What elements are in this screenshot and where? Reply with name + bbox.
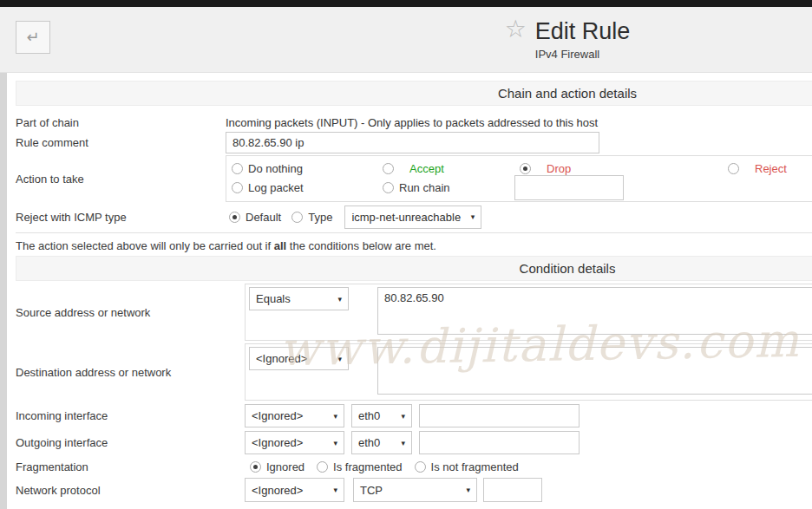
section-header-chain: Chain and action details xyxy=(16,81,812,106)
source-address-label: Source address or network xyxy=(16,306,245,319)
protocol-match-select[interactable]: <Ignored> ▾ xyxy=(245,478,344,502)
row-incoming-interface: Incoming interface <Ignored> ▾ eth0 ▾ xyxy=(16,404,812,427)
network-protocol-label: Network protocol xyxy=(16,484,245,497)
page-header: ↵ ☆Edit Rule IPv4 Firewall xyxy=(0,7,812,73)
chevron-down-icon: ▾ xyxy=(333,486,337,494)
do-nothing-radio[interactable] xyxy=(232,163,243,174)
frag-ignored-label: Ignored xyxy=(266,460,304,473)
frag-ignored-radio[interactable] xyxy=(250,461,261,473)
destination-address-textarea[interactable] xyxy=(377,347,812,395)
chevron-down-icon: ▾ xyxy=(466,486,470,494)
fragmentation-label: Fragmentation xyxy=(16,460,245,473)
incoming-match-value: <Ignored> xyxy=(252,409,303,422)
source-address-cell: Equals ▾ 80.82.65.90 xyxy=(245,284,812,341)
page-title: Edit Rule xyxy=(535,18,631,44)
protocol-select-value: TCP xyxy=(360,484,383,497)
action-options-box: Do nothing Accept Drop Reject xyxy=(226,155,812,202)
rule-comment-input[interactable] xyxy=(226,132,599,153)
action-to-take-label: Action to take xyxy=(16,173,226,186)
row-destination-address: Destination address or network <Ignored>… xyxy=(16,343,812,401)
frag-option-is-not-fragmented[interactable]: Is not fragmented xyxy=(415,460,519,473)
incoming-interface-label: Incoming interface xyxy=(16,409,245,422)
edit-rule-page: ↵ ☆Edit Rule IPv4 Firewall Chain and act… xyxy=(0,0,812,509)
condition-table: Condition details Source address or netw… xyxy=(16,256,812,502)
destination-match-select[interactable]: <Ignored> ▾ xyxy=(249,347,349,370)
row-fragmentation: Fragmentation Ignored Is fragmented Is n… xyxy=(16,460,812,473)
incoming-device-value: eth0 xyxy=(358,409,380,422)
chevron-down-icon: ▾ xyxy=(337,355,342,363)
protocol-match-value: <Ignored> xyxy=(252,484,303,497)
row-network-protocol: Network protocol <Ignored> ▾ TCP ▾ xyxy=(16,478,812,502)
frag-not-radio[interactable] xyxy=(415,461,426,473)
row-source-address: Source address or network Equals ▾ 80.82… xyxy=(16,284,812,341)
icmp-default-label: Default xyxy=(246,211,281,224)
reject-icmp-label: Reject with ICMP type xyxy=(16,211,226,224)
drop-label: Drop xyxy=(547,162,571,175)
reject-label: Reject xyxy=(755,162,787,175)
chevron-down-icon: ▾ xyxy=(333,439,337,447)
conditions-note: The action selected above will only be c… xyxy=(16,239,812,253)
action-option-log-packet[interactable]: Log packet xyxy=(232,180,304,194)
outgoing-device-value: eth0 xyxy=(358,436,380,449)
accept-label: Accept xyxy=(409,162,444,175)
outgoing-interface-label: Outgoing interface xyxy=(16,436,245,449)
chevron-down-icon: ▾ xyxy=(337,295,342,303)
outgoing-match-value: <Ignored> xyxy=(252,436,303,449)
row-rule-comment: Rule comment xyxy=(16,131,812,153)
destination-address-cell: <Ignored> ▾ xyxy=(245,343,812,401)
action-option-accept[interactable]: Accept xyxy=(383,161,444,175)
outgoing-interface-input[interactable] xyxy=(419,431,580,454)
frag-option-is-fragmented[interactable]: Is fragmented xyxy=(317,460,403,473)
action-option-drop[interactable]: Drop xyxy=(520,161,571,175)
outgoing-device-select[interactable]: eth0 ▾ xyxy=(351,431,412,454)
drop-radio[interactable] xyxy=(520,163,531,174)
source-match-select[interactable]: Equals ▾ xyxy=(249,287,349,310)
icmp-type-label: Type xyxy=(308,211,332,224)
destination-address-label: Destination address or network xyxy=(16,366,245,379)
incoming-match-select[interactable]: <Ignored> ▾ xyxy=(245,404,344,427)
reject-radio[interactable] xyxy=(728,163,739,174)
incoming-interface-input[interactable] xyxy=(419,404,580,427)
icmp-type-select-value: icmp-net-unreachable xyxy=(351,211,461,224)
content-panel: Chain and action details Part of chain I… xyxy=(7,73,812,509)
rule-comment-label: Rule comment xyxy=(16,136,226,149)
row-outgoing-interface: Outgoing interface <Ignored> ▾ eth0 ▾ xyxy=(16,431,812,454)
row-reject-icmp-type: Reject with ICMP type Default Type icmp-… xyxy=(16,205,812,229)
chain-table-divider xyxy=(16,232,812,233)
icmp-type-radio[interactable] xyxy=(291,212,303,223)
protocol-select[interactable]: TCP ▾ xyxy=(353,478,477,502)
top-bar xyxy=(0,0,812,7)
row-part-of-chain: Part of chain Incoming packets (INPUT) -… xyxy=(16,114,812,131)
row-action-to-take: Action to take Do nothing Accept Drop xyxy=(16,155,812,202)
frag-not-label: Is not fragmented xyxy=(431,460,519,473)
incoming-device-select[interactable]: eth0 ▾ xyxy=(351,404,412,427)
chevron-down-icon: ▾ xyxy=(471,212,475,221)
favorite-star-icon[interactable]: ☆ xyxy=(505,16,527,42)
action-option-run-chain[interactable]: Run chain xyxy=(383,180,450,194)
frag-option-ignored[interactable]: Ignored xyxy=(250,460,304,473)
chevron-down-icon: ▾ xyxy=(401,439,405,447)
run-chain-arg-input[interactable] xyxy=(514,175,624,200)
log-packet-radio[interactable] xyxy=(232,182,243,193)
run-chain-label: Run chain xyxy=(399,181,450,194)
action-option-reject[interactable]: Reject xyxy=(728,161,787,175)
title-block: ☆Edit Rule IPv4 Firewall xyxy=(0,15,812,61)
chevron-down-icon: ▾ xyxy=(333,412,337,421)
action-option-do-nothing[interactable]: Do nothing xyxy=(232,161,303,175)
destination-match-value: <Ignored> xyxy=(256,352,307,365)
page-subtitle: IPv4 Firewall xyxy=(0,48,812,61)
frag-is-radio[interactable] xyxy=(317,461,328,473)
section-header-conditions: Condition details xyxy=(16,256,812,281)
icmp-type-select[interactable]: icmp-net-unreachable ▾ xyxy=(344,206,481,229)
part-of-chain-label: Part of chain xyxy=(16,116,226,129)
chain-action-table: Chain and action details Part of chain I… xyxy=(16,81,812,233)
outgoing-match-select[interactable]: <Ignored> ▾ xyxy=(245,431,344,454)
frag-is-label: Is fragmented xyxy=(333,460,403,473)
source-address-textarea[interactable]: 80.82.65.90 xyxy=(377,287,812,335)
run-chain-radio[interactable] xyxy=(383,182,394,193)
source-match-value: Equals xyxy=(256,292,291,305)
accept-radio[interactable] xyxy=(383,163,394,174)
protocol-port-input[interactable] xyxy=(483,478,542,502)
icmp-default-radio[interactable] xyxy=(229,212,240,223)
part-of-chain-value: Incoming packets (INPUT) - Only applies … xyxy=(226,116,598,129)
